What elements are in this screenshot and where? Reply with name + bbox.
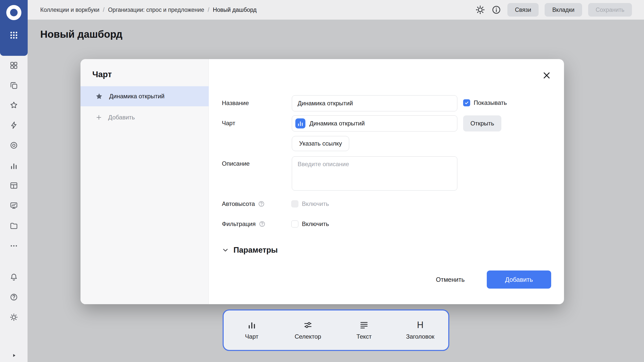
add-item-button[interactable]: Добавить	[80, 110, 209, 125]
breadcrumb-item-workbook[interactable]: Организации: спрос и предложение	[108, 7, 204, 13]
help-icon[interactable]	[259, 220, 266, 228]
tabs-button[interactable]: Вкладки	[545, 3, 582, 17]
autoheight-label: Автовысота	[222, 200, 255, 207]
breadcrumb: Коллекции и воркбуки / Организации: спро…	[40, 7, 257, 13]
list-item-label: Динамика открытий	[109, 93, 165, 100]
autoheight-label-row: Автовысота	[222, 200, 265, 207]
breadcrumb-item-current: Новый дашборд	[213, 7, 257, 13]
chart-icon	[247, 320, 257, 330]
widgets-icon[interactable]	[10, 61, 18, 70]
check-icon	[464, 100, 469, 105]
gear-icon[interactable]	[475, 5, 485, 15]
chart-chip	[295, 118, 305, 128]
storage-icon[interactable]	[10, 221, 18, 230]
add-button[interactable]: Добавить	[487, 270, 551, 289]
params-section-toggle[interactable]: Параметры	[221, 246, 278, 255]
top-bar: Коллекции и воркбуки / Организации: спро…	[28, 0, 644, 20]
breadcrumb-item-collections[interactable]: Коллекции и воркбуки	[40, 7, 99, 13]
help-icon[interactable]	[258, 200, 265, 207]
text-icon	[359, 320, 369, 330]
close-icon[interactable]	[541, 70, 552, 81]
filtering-checkbox[interactable]	[291, 220, 298, 228]
page-title: Новый дашборд	[40, 29, 123, 40]
tables-icon[interactable]	[10, 181, 18, 190]
chart-chip-icon	[297, 120, 304, 127]
chart-label: Чарт	[222, 120, 235, 127]
chevron-down-icon	[221, 246, 229, 254]
add-item-label: Добавить	[108, 114, 135, 121]
plus-icon	[95, 114, 103, 121]
filtering-label-row: Фильтрация	[222, 220, 266, 228]
filtering-checkbox-row: Включить	[291, 220, 329, 228]
dialog-footer: Отменить Добавить	[424, 270, 551, 289]
selector-icon	[303, 320, 313, 330]
autoheight-checkbox[interactable]	[291, 200, 298, 207]
toolbar-item-selector[interactable]: Селектор	[280, 310, 336, 350]
name-input[interactable]	[292, 95, 457, 111]
filtering-checkbox-label: Включить	[302, 220, 329, 228]
toolbar-item-text[interactable]: Текст	[336, 310, 392, 350]
toolbar-item-label: Заголовок	[406, 333, 434, 340]
show-checkbox-row: Показывать	[463, 99, 507, 106]
help-icon[interactable]	[10, 293, 18, 301]
description-textarea[interactable]	[292, 156, 457, 191]
links-button[interactable]: Связи	[507, 3, 539, 17]
header-actions: Связи Вкладки Сохранить	[475, 0, 644, 20]
sidebar	[0, 0, 28, 362]
more-icon[interactable]	[10, 242, 18, 250]
toolbar-item-label: Селектор	[295, 333, 321, 340]
apps-grid-icon[interactable]	[9, 31, 18, 40]
dashboards-icon[interactable]	[10, 201, 18, 210]
favorites-icon[interactable]	[10, 101, 18, 109]
save-button[interactable]: Сохранить	[588, 3, 632, 17]
chart-field-value: Динамика открытий	[309, 120, 365, 127]
open-chart-button[interactable]: Открыть	[463, 115, 501, 131]
logo-block[interactable]	[0, 0, 28, 56]
name-label: Название	[222, 100, 249, 107]
params-section-label: Параметры	[233, 246, 278, 255]
autoheight-checkbox-row: Включить	[291, 200, 329, 207]
star-icon	[95, 92, 103, 100]
datalens-logo-icon	[6, 5, 21, 20]
list-item-selected[interactable]: Динамика открытий	[80, 86, 209, 106]
dialog-left-panel: Чарт Динамика открытий Добавить	[80, 59, 209, 304]
charts-icon[interactable]	[10, 162, 18, 170]
autoheight-checkbox-label: Включить	[302, 200, 329, 207]
heading-icon: H	[417, 320, 423, 330]
expand-arrow-icon[interactable]	[11, 352, 18, 359]
filtering-label: Фильтрация	[222, 220, 256, 228]
connections-icon[interactable]	[10, 121, 18, 129]
notifications-icon[interactable]	[10, 273, 18, 281]
info-icon[interactable]	[491, 5, 501, 15]
collections-icon[interactable]	[10, 81, 18, 90]
widgets-toolbar: Чарт Селектор Текст H Заголовок	[223, 309, 449, 351]
show-checkbox-label: Показывать	[474, 99, 507, 106]
chart-dialog: Чарт Динамика открытий Добавить Название…	[80, 59, 564, 304]
toolbar-item-label: Чарт	[245, 333, 258, 340]
datasets-icon[interactable]	[10, 141, 18, 150]
toolbar-item-chart[interactable]: Чарт	[224, 310, 280, 350]
toolbar-item-heading[interactable]: H Заголовок	[392, 310, 448, 350]
breadcrumb-separator: /	[208, 7, 209, 13]
dialog-title: Чарт	[92, 70, 112, 79]
breadcrumb-separator: /	[103, 7, 104, 13]
description-label: Описание	[222, 160, 250, 167]
toolbar-item-label: Текст	[356, 333, 372, 340]
show-checkbox[interactable]	[463, 99, 470, 106]
chart-select-field[interactable]: Динамика открытий	[292, 115, 457, 131]
settings-icon[interactable]	[10, 313, 18, 322]
cancel-button[interactable]: Отменить	[424, 270, 476, 289]
set-link-button[interactable]: Указать ссылку	[292, 136, 349, 151]
